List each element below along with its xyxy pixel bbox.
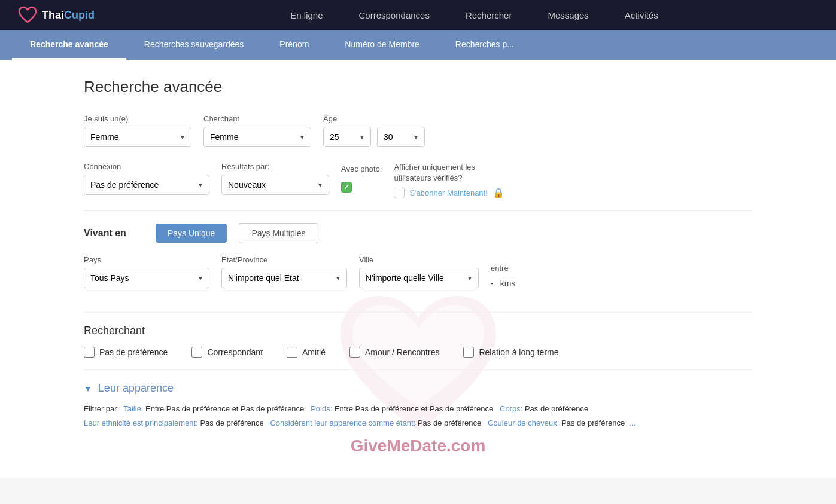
nav-rechercher[interactable]: Rechercher bbox=[466, 10, 512, 20]
je-suis-select[interactable]: Femme Homme bbox=[84, 127, 191, 147]
taille-value: Entre Pas de préférence et Pas de préfér… bbox=[145, 404, 304, 413]
vivant-en-label: Vivant en bbox=[84, 228, 144, 239]
location-row: Pays Tous Pays Thaïlande France Etat/Pro… bbox=[84, 255, 752, 288]
apparence-header: ▼ Leur apparence bbox=[84, 382, 752, 395]
entre-dash: - bbox=[491, 279, 494, 288]
recherchant-option-0[interactable]: Pas de préférence bbox=[84, 347, 168, 358]
cheveux-link[interactable]: Couleur de cheveux: bbox=[488, 419, 559, 427]
form-group-ville: Ville N'importe quelle Ville bbox=[359, 255, 479, 288]
cherchant-select[interactable]: Femme Homme bbox=[203, 127, 311, 147]
form-group-resultats: Résultats par: Nouveaux Récents Populair… bbox=[221, 162, 329, 195]
recherchant-option-label-4: Relation à long terme bbox=[479, 347, 558, 357]
cherchant-wrapper: Femme Homme bbox=[203, 127, 311, 147]
recherchant-checkbox-1[interactable] bbox=[191, 347, 202, 358]
subnav-recherches-p[interactable]: Recherches p... bbox=[437, 30, 532, 60]
subscribe-link[interactable]: S'abonner Maintenant! bbox=[409, 188, 487, 197]
recherchant-option-1[interactable]: Correspondant bbox=[191, 347, 263, 358]
corps-link[interactable]: Corps: bbox=[500, 404, 522, 413]
considerent-link[interactable]: Considèrent leur apparence comme étant: bbox=[270, 419, 415, 427]
form-group-pays: Pays Tous Pays Thaïlande France bbox=[84, 255, 209, 288]
age-min-select[interactable]: 25 18192021 22232426 27282930 bbox=[323, 127, 371, 147]
je-suis-label: Je suis un(e) bbox=[84, 114, 191, 123]
more-link[interactable]: ... bbox=[629, 419, 636, 427]
apparence-section: ▼ Leur apparence Filtrer par: Taille: En… bbox=[84, 369, 752, 430]
form-group-entre: entre - kms bbox=[491, 264, 515, 288]
recherchant-option-label-0: Pas de préférence bbox=[99, 347, 168, 357]
apparence-title: Leur apparence bbox=[98, 382, 174, 395]
main-content: GiveMeDate.com Recherche avancée Je suis… bbox=[0, 60, 836, 478]
subnav-recherche-avancee[interactable]: Recherche avancée bbox=[12, 30, 126, 60]
sub-navigation: Recherche avancée Recherches sauvegardée… bbox=[0, 30, 836, 60]
resultats-select[interactable]: Nouveaux Récents Populaires bbox=[221, 175, 329, 195]
connexion-label: Connexion bbox=[84, 162, 209, 171]
form-group-avec-photo: Avec photo: bbox=[341, 164, 382, 193]
recherchant-checkbox-2[interactable] bbox=[287, 347, 297, 358]
subnav-numero-membre[interactable]: Numéro de Membre bbox=[327, 30, 437, 60]
nav-en-ligne[interactable]: En ligne bbox=[290, 10, 323, 20]
logo-text: ThaiCupid bbox=[42, 9, 95, 22]
connexion-wrapper: Pas de préférence En ligne maintenant De… bbox=[84, 175, 209, 195]
nav-activites[interactable]: Activités bbox=[625, 10, 658, 20]
form-group-cherchant: Cherchant Femme Homme bbox=[203, 114, 311, 147]
entre-label: entre bbox=[491, 264, 515, 273]
recherchant-option-4[interactable]: Relation à long terme bbox=[463, 347, 558, 358]
vivant-en-section: Vivant en Pays Unique Pays Multiples Pay… bbox=[84, 210, 752, 300]
taille-link[interactable]: Taille: bbox=[123, 404, 143, 413]
cheveux-value: Pas de préférence bbox=[561, 419, 625, 427]
avec-photo-checkbox[interactable] bbox=[341, 182, 352, 193]
recherchant-title: Recherchant bbox=[84, 325, 752, 337]
logo[interactable]: ThaiCupid bbox=[18, 5, 95, 25]
ville-wrapper: N'importe quelle Ville bbox=[359, 268, 479, 288]
verified-label: Afficher uniquement les utilisateurs vér… bbox=[394, 162, 513, 184]
kms-label: kms bbox=[500, 279, 516, 288]
pays-multiples-button[interactable]: Pays Multiples bbox=[239, 223, 318, 243]
poids-link[interactable]: Poids: bbox=[311, 404, 332, 413]
subnav-prenom[interactable]: Prénom bbox=[262, 30, 327, 60]
form-group-etat: Etat/Province N'importe quel Etat bbox=[221, 255, 347, 288]
subnav-recherches-sauvegardees[interactable]: Recherches sauvegardées bbox=[126, 30, 262, 60]
ville-select[interactable]: N'importe quelle Ville bbox=[359, 268, 479, 288]
verified-checkbox[interactable] bbox=[394, 188, 405, 198]
filtrer-par-label: Filtrer par: bbox=[84, 404, 119, 413]
avec-photo-checkbox-group bbox=[341, 182, 382, 193]
nav-links: En ligne Correspondances Rechercher Mess… bbox=[130, 10, 818, 20]
form-row-basic: Je suis un(e) Femme Homme Cherchant Femm… bbox=[84, 114, 752, 147]
poids-value: Entre Pas de préférence et Pas de préfér… bbox=[335, 404, 493, 413]
nav-messages[interactable]: Messages bbox=[548, 10, 588, 20]
recherchant-section: Recherchant Pas de préférence Correspond… bbox=[84, 312, 752, 358]
resultats-wrapper: Nouveaux Récents Populaires bbox=[221, 175, 329, 195]
page-title: Recherche avancée bbox=[84, 78, 752, 96]
ville-label: Ville bbox=[359, 255, 479, 264]
filter-details: Filtrer par: Taille: Entre Pas de préfér… bbox=[84, 402, 752, 430]
recherchant-option-3[interactable]: Amour / Rencontres bbox=[349, 347, 440, 358]
age-max-wrapper: 30 18192025 35404550 bbox=[377, 127, 425, 147]
age-min-wrapper: 25 18192021 22232426 27282930 bbox=[323, 127, 371, 147]
age-label: Âge bbox=[323, 114, 425, 123]
recherchant-option-label-1: Correspondant bbox=[207, 347, 263, 357]
nav-correspondances[interactable]: Correspondances bbox=[359, 10, 430, 20]
cherchant-label: Cherchant bbox=[203, 114, 311, 123]
ethnicite-link[interactable]: Leur ethnicité est principalement: bbox=[84, 419, 198, 427]
connexion-select[interactable]: Pas de préférence En ligne maintenant De… bbox=[84, 175, 209, 195]
recherchant-checkbox-0[interactable] bbox=[84, 347, 95, 358]
recherchant-options: Pas de préférence Correspondant Amitié A… bbox=[84, 347, 752, 358]
etat-label: Etat/Province bbox=[221, 255, 347, 264]
logo-heart-icon bbox=[18, 5, 37, 25]
verified-row: S'abonner Maintenant! 🔒 bbox=[394, 187, 513, 198]
corps-value: Pas de préférence bbox=[525, 404, 588, 413]
avec-photo-label: Avec photo: bbox=[341, 164, 382, 173]
etat-select[interactable]: N'importe quel Etat bbox=[221, 268, 347, 288]
pays-label: Pays bbox=[84, 255, 209, 264]
pays-unique-button[interactable]: Pays Unique bbox=[156, 224, 227, 243]
vivant-en-header: Vivant en Pays Unique Pays Multiples bbox=[84, 223, 752, 243]
verified-block: Afficher uniquement les utilisateurs vér… bbox=[394, 162, 513, 198]
je-suis-wrapper: Femme Homme bbox=[84, 127, 191, 147]
age-max-select[interactable]: 30 18192025 35404550 bbox=[377, 127, 425, 147]
recherchant-checkbox-3[interactable] bbox=[349, 347, 360, 358]
recherchant-option-2[interactable]: Amitié bbox=[287, 347, 326, 358]
considerent-value: Pas de préférence bbox=[418, 419, 481, 427]
recherchant-checkbox-4[interactable] bbox=[463, 347, 474, 358]
pays-select[interactable]: Tous Pays Thaïlande France bbox=[84, 268, 209, 288]
recherchant-option-label-3: Amour / Rencontres bbox=[365, 347, 440, 357]
form-group-age: Âge 25 18192021 22232426 27282930 30 bbox=[323, 114, 425, 147]
